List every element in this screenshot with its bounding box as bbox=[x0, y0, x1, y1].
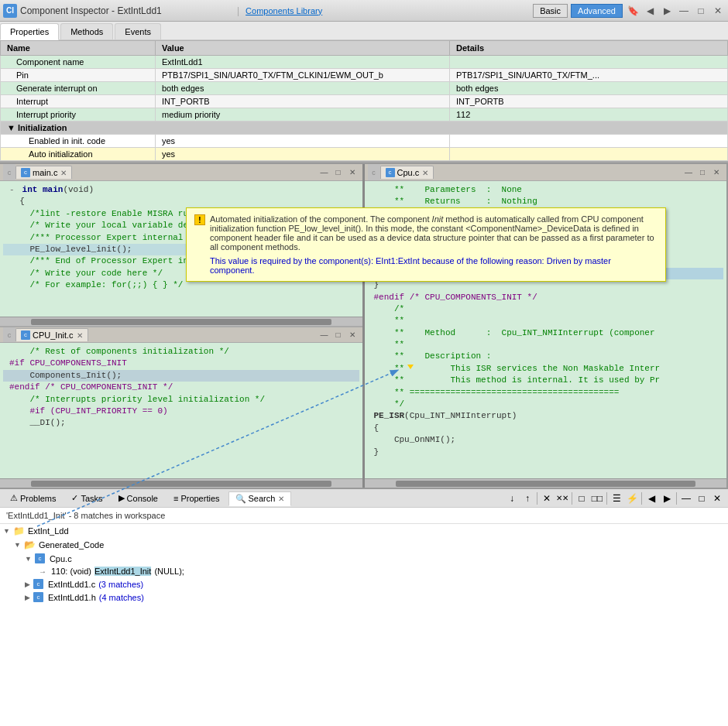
prop-value[interactable]: INT_PORTB bbox=[156, 95, 450, 108]
tab-console[interactable]: ▶ Console bbox=[112, 491, 165, 505]
prop-name: Pin bbox=[1, 69, 156, 82]
code-line: #endif /* CPU_COMPONENTS_INIT */ bbox=[3, 382, 359, 393]
inspector-section: Properties Methods Events Name Value Det… bbox=[0, 22, 728, 163]
toolbar-separator2 bbox=[572, 492, 572, 505]
search-result-count: 'ExtIntLdd1_Init' - 8 matches in workspa… bbox=[6, 511, 165, 520]
prop-value[interactable]: medium priority bbox=[156, 108, 450, 122]
properties-label: Properties bbox=[180, 494, 219, 503]
extintldd1-h-label: ExtIntLdd1.h bbox=[48, 593, 96, 602]
run-btn[interactable]: ⚡ bbox=[624, 491, 640, 506]
prop-details: INT_PORTB bbox=[450, 95, 728, 108]
cpu-c-file-label: Cpu.c bbox=[50, 554, 72, 563]
match-arrow: → bbox=[39, 567, 46, 576]
down-arrow-btn[interactable]: ↓ bbox=[504, 491, 520, 506]
min-right[interactable]: — bbox=[682, 166, 695, 180]
max-right[interactable]: □ bbox=[695, 166, 709, 180]
bookmark-icon[interactable]: 🔖 bbox=[626, 4, 640, 18]
cpu-c-scrollbar[interactable] bbox=[365, 478, 727, 488]
main-c-scrollbar[interactable] bbox=[0, 317, 362, 326]
tree-item-project[interactable]: ▼ 📁 ExtInt_Ldd bbox=[0, 524, 728, 538]
minimize-left-editor[interactable]: — bbox=[318, 166, 331, 180]
section-label: ▼ Initialization bbox=[1, 122, 728, 135]
maximize-icon[interactable]: □ bbox=[694, 4, 708, 18]
bottom-panel: ⚠ Problems ✓ Tasks ▶ Console ≡ Propertie… bbox=[0, 488, 728, 726]
close-right[interactable]: ✕ bbox=[709, 166, 723, 180]
close-icon[interactable]: ✕ bbox=[711, 4, 725, 18]
app-icon: CI bbox=[3, 4, 17, 18]
tab-tasks[interactable]: ✓ Tasks bbox=[64, 491, 109, 505]
properties-table: Name Value Details Component name ExtInt… bbox=[0, 40, 728, 161]
remove-btn[interactable]: ✕ bbox=[539, 491, 555, 506]
tab-events[interactable]: Events bbox=[115, 23, 161, 39]
code-line: #if (CPU_INT_PRIORITY == 0) bbox=[3, 406, 359, 417]
search-close[interactable]: ✕ bbox=[278, 495, 284, 503]
console-icon: ▶ bbox=[118, 493, 125, 503]
code-line: #endif /* CPU_COMPONENTS_INIT */ bbox=[368, 292, 724, 303]
tree-item-extintldd1-c[interactable]: ▶ c ExtIntLdd1.c (3 matches) bbox=[0, 577, 728, 591]
code-line: /* Rest of components initialization */ bbox=[3, 346, 359, 358]
close-main-c[interactable]: ✕ bbox=[60, 169, 67, 177]
table-row: Generate interrupt on both edges both ed… bbox=[1, 82, 728, 95]
tree-item-generated-code[interactable]: ▼ 📂 Generated_Code bbox=[0, 538, 728, 552]
prop-value[interactable]: both edges bbox=[156, 82, 450, 95]
cpu-init-code[interactable]: /* Rest of components initialization */ … bbox=[0, 343, 362, 478]
prop-value[interactable]: PTB17/SPI1_SIN/UART0_TX/FTM_CLKIN1/EWM_O… bbox=[156, 69, 450, 82]
tree-item-cpu-c[interactable]: ▼ c Cpu.c bbox=[0, 552, 728, 565]
extintldd1-c-label: ExtIntLdd1.c bbox=[48, 580, 95, 589]
code-line: /* bbox=[368, 303, 724, 315]
close-left-editor[interactable]: ✕ bbox=[345, 166, 359, 180]
up-arrow-btn[interactable]: ↑ bbox=[520, 491, 535, 506]
table-row: Component name ExtIntLdd1 bbox=[1, 56, 728, 69]
close-cpu-c[interactable]: ✕ bbox=[422, 169, 428, 177]
editor-tab-cpu-c[interactable]: c Cpu.c ✕ bbox=[380, 166, 434, 179]
tab-properties[interactable]: Properties bbox=[0, 23, 59, 40]
minimize-icon[interactable]: — bbox=[677, 4, 691, 18]
maximize-left-editor[interactable]: □ bbox=[331, 166, 345, 180]
collapse-btn[interactable]: □ bbox=[574, 491, 589, 506]
min-panel[interactable]: — bbox=[678, 491, 694, 506]
scrollbar-thumb-3[interactable] bbox=[396, 481, 696, 487]
generated-code-label: Generated_Code bbox=[39, 540, 104, 550]
prop-name: Generate interrupt on bbox=[1, 82, 156, 95]
window-title: Component Inspector - ExtIntLdd1 bbox=[20, 5, 231, 16]
prop-value[interactable]: yes bbox=[156, 135, 450, 148]
col-name: Name bbox=[1, 41, 156, 56]
close-cpu-init[interactable]: ✕ bbox=[77, 331, 83, 340]
forward-icon[interactable]: ▶ bbox=[660, 4, 674, 18]
left-gutter-strip: c bbox=[3, 164, 15, 180]
scrollbar-thumb-2[interactable] bbox=[31, 481, 331, 487]
prop-value[interactable]: ExtIntLdd1 bbox=[156, 56, 450, 69]
tooltip-text-main: Automated initialization of the componen… bbox=[210, 214, 658, 252]
max-cpu-init[interactable]: □ bbox=[331, 328, 345, 342]
code-line: ** This method is internal. It is used b… bbox=[368, 375, 724, 386]
close-panel[interactable]: ✕ bbox=[709, 491, 725, 506]
code-line: */ bbox=[368, 399, 724, 410]
editor-tab-main-c[interactable]: c main.c ✕ bbox=[15, 166, 72, 179]
max-panel[interactable]: □ bbox=[694, 491, 709, 506]
tab-search[interactable]: 🔍 Search ✕ bbox=[228, 491, 292, 506]
tab-problems[interactable]: ⚠ Problems bbox=[3, 491, 63, 505]
component-library-link[interactable]: Components Library bbox=[246, 6, 322, 15]
basic-mode-button[interactable]: Basic bbox=[533, 4, 568, 18]
next-btn[interactable]: ▶ bbox=[659, 491, 675, 506]
prop-details bbox=[450, 56, 728, 69]
tab-methods[interactable]: Methods bbox=[60, 23, 113, 39]
scrollbar-thumb[interactable] bbox=[31, 319, 331, 325]
filter-btn[interactable]: ☰ bbox=[609, 491, 624, 506]
tree-item-match-110[interactable]: → 110: (void)ExtIntLdd1_Init(NULL); bbox=[0, 565, 728, 577]
prop-value[interactable]: yes bbox=[156, 148, 450, 161]
table-row: Interrupt INT_PORTB INT_PORTB bbox=[1, 95, 728, 108]
back-icon[interactable]: ◀ bbox=[643, 4, 657, 18]
advanced-mode-button[interactable]: Advanced bbox=[571, 4, 623, 18]
prev-btn[interactable]: ◀ bbox=[644, 491, 659, 506]
remove-all-btn[interactable]: ✕✕ bbox=[555, 491, 570, 506]
editor-tab-cpu-init[interactable]: c CPU_Init.c ✕ bbox=[15, 328, 88, 341]
close-cpu-init-btn[interactable]: ✕ bbox=[345, 328, 359, 342]
tree-item-extintldd1-h[interactable]: ▶ c ExtIntLdd1.h (4 matches) bbox=[0, 591, 728, 604]
expand-btn[interactable]: □□ bbox=[589, 491, 605, 506]
cpu-init-scrollbar[interactable] bbox=[0, 478, 362, 488]
tab-properties[interactable]: ≡ Properties bbox=[167, 491, 227, 505]
ext-h-icon: c bbox=[33, 592, 43, 602]
min-cpu-init[interactable]: — bbox=[318, 328, 331, 342]
main-container: CI Component Inspector - ExtIntLdd1 | Co… bbox=[0, 0, 728, 726]
